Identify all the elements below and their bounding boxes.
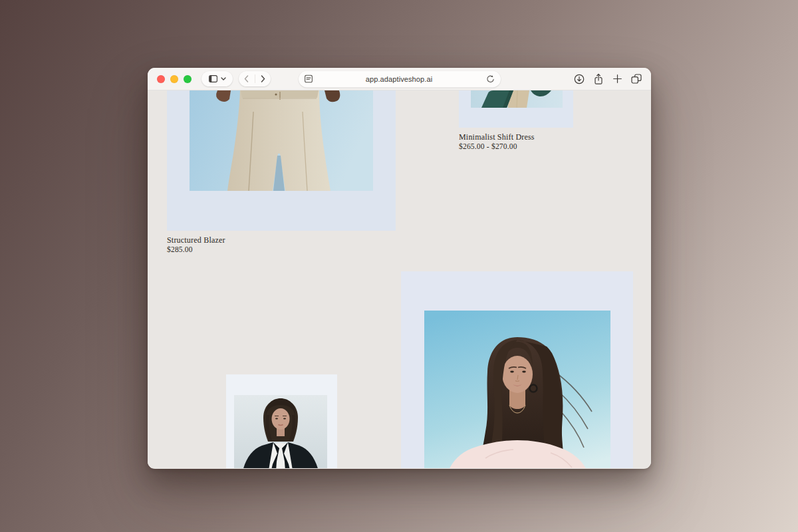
trousers [227,90,331,191]
downloads-button[interactable] [574,74,585,84]
close-button[interactable] [157,75,165,83]
downloads-icon [574,74,585,84]
window-controls [157,75,192,83]
back-button[interactable] [239,71,255,86]
forward-button[interactable] [255,71,271,86]
plus-icon [612,74,622,84]
product-caption[interactable]: Structured Blazer $285.00 [167,235,225,254]
navigation-buttons [239,71,271,86]
url-text[interactable]: app.adaptiveshop.ai [313,75,486,83]
product-card[interactable] [226,374,337,468]
reload-icon[interactable] [486,74,495,83]
browser-window: app.adaptiveshop.ai [148,68,651,469]
minimize-button[interactable] [170,75,178,83]
product-photo-dark-coat-model[interactable] [234,395,327,468]
chevron-down-icon [221,77,226,80]
forward-icon [261,75,265,82]
tab-overview-button[interactable] [631,74,642,84]
reader-icon[interactable] [305,75,313,83]
share-icon [593,73,604,85]
product-name[interactable]: Minimalist Shift Dress [459,132,535,142]
share-button[interactable] [593,73,604,85]
product-price: $265.00 - $270.00 [459,142,535,151]
new-tab-button[interactable] [612,74,622,84]
browser-toolbar: app.adaptiveshop.ai [148,68,651,90]
product-photo-pink-sweater-model[interactable] [424,311,610,468]
address-bar[interactable]: app.adaptiveshop.ai [299,70,501,87]
tab-overview-icon [631,74,642,84]
product-price: $285.00 [167,245,225,254]
sidebar-toggle-button[interactable] [201,71,233,86]
product-card[interactable] [167,90,396,231]
back-icon [244,75,249,82]
product-photo-dress[interactable] [471,90,563,108]
shop-product-grid: Structured Blazer $285.00 [148,90,651,468]
product-card[interactable] [401,271,633,468]
product-photo-trousers[interactable] [190,90,373,191]
product-name[interactable]: Structured Blazer [167,235,225,245]
product-card[interactable] [459,90,573,128]
zoom-button[interactable] [184,75,192,83]
toolbar-actions [574,73,642,85]
sidebar-icon [209,75,217,82]
product-caption[interactable]: Minimalist Shift Dress $265.00 - $270.00 [459,132,535,151]
